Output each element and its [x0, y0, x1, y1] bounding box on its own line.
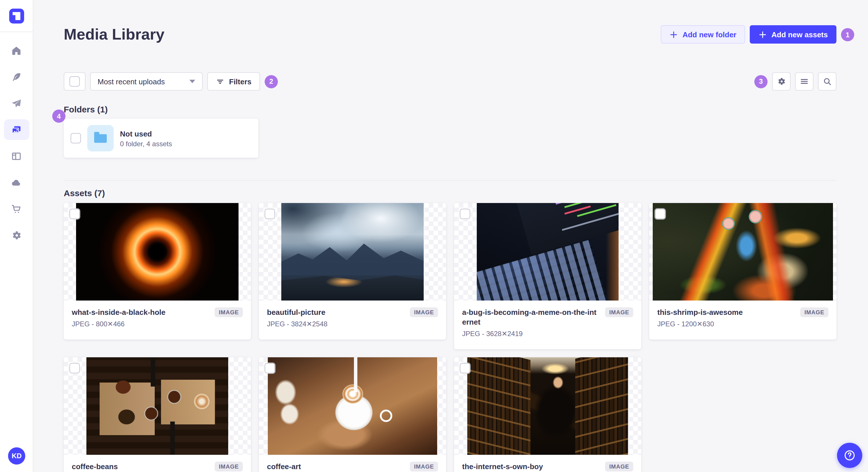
- asset-card-body: this-shrimp-is-awesome JPEG - 1200✕630 I…: [649, 301, 836, 339]
- layout-icon: [11, 150, 22, 162]
- asset-meta: JPEG - 3628✕2419: [462, 330, 633, 338]
- add-new-assets-label: Add new assets: [771, 30, 828, 39]
- asset-checkbox[interactable]: [460, 209, 470, 219]
- cloud-icon: [11, 177, 22, 188]
- asset-checkbox[interactable]: [265, 209, 275, 219]
- asset-card[interactable]: coffee-art JPEG - 5824✕3259 IMAGE: [259, 357, 446, 472]
- gear-icon: [777, 77, 786, 86]
- asset-thumbnail: [64, 203, 251, 301]
- question-icon: [843, 449, 856, 462]
- asset-thumbnail: [454, 203, 641, 301]
- asset-type-badge: IMAGE: [800, 307, 828, 317]
- folders-heading: Folders (1): [64, 104, 836, 114]
- main-content: Media Library Add new folder Add new ass…: [33, 0, 868, 472]
- sidebar-item-home[interactable]: [4, 40, 29, 61]
- asset-card[interactable]: the-internet-s-own-boy JPEG - 1200✕707 I…: [454, 357, 641, 472]
- sidebar-item-content-type-builder[interactable]: [4, 146, 29, 166]
- list-icon: [800, 77, 809, 86]
- home-icon: [11, 45, 22, 56]
- assets-heading: Assets (7): [64, 188, 836, 198]
- asset-checkbox[interactable]: [265, 363, 275, 373]
- asset-card[interactable]: beautiful-picture JPEG - 3824✕2548 IMAGE: [259, 203, 446, 339]
- add-new-folder-button[interactable]: Add new folder: [661, 25, 745, 43]
- help-button[interactable]: [837, 443, 862, 468]
- folder-meta: 0 folder, 4 assets: [120, 140, 172, 148]
- sidebar-item-media-library[interactable]: [4, 119, 29, 140]
- list-view-button[interactable]: [795, 72, 813, 91]
- asset-thumbnail: [649, 203, 836, 301]
- coffee-art-image: [268, 357, 437, 455]
- plus-icon: [758, 30, 767, 39]
- asset-thumbnail: [259, 357, 446, 455]
- page-header: Media Library Add new folder Add new ass…: [64, 0, 836, 43]
- library-boy-image: [467, 357, 628, 455]
- coffee-beans-image: [86, 357, 228, 455]
- sidebar-nav: [4, 40, 29, 245]
- cart-icon: [11, 203, 22, 214]
- asset-card-body: what-s-inside-a-black-hole JPEG - 800✕46…: [64, 301, 251, 339]
- chevron-down-icon: [189, 80, 195, 83]
- asset-type-badge: IMAGE: [605, 462, 633, 471]
- asset-card[interactable]: this-shrimp-is-awesome JPEG - 1200✕630 I…: [649, 203, 836, 339]
- asset-card-body: a-bug-is-becoming-a-meme-on-the-internet…: [454, 301, 641, 349]
- select-all-checkbox-field: [64, 72, 86, 91]
- section-divider: [64, 180, 836, 181]
- black-hole-image: [76, 203, 239, 301]
- sidebar-item-settings[interactable]: [4, 225, 29, 245]
- add-new-assets-button[interactable]: Add new assets: [749, 25, 836, 43]
- paper-plane-icon: [11, 98, 22, 109]
- annotation-badge-3: 3: [754, 75, 768, 88]
- asset-checkbox[interactable]: [69, 363, 80, 373]
- folder-name: Not used: [120, 129, 172, 138]
- asset-thumbnail: [64, 357, 251, 455]
- feather-icon: [11, 71, 22, 82]
- asset-card-body: the-internet-s-own-boy JPEG - 1200✕707 I…: [454, 455, 641, 472]
- asset-card[interactable]: what-s-inside-a-black-hole JPEG - 800✕46…: [64, 203, 251, 339]
- asset-card-body: coffee-art JPEG - 5824✕3259 IMAGE: [259, 455, 446, 472]
- sidebar-divider: [0, 32, 33, 32]
- gear-icon: [11, 230, 22, 241]
- annotation-badge-2: 2: [265, 75, 278, 88]
- select-all-checkbox[interactable]: [69, 76, 80, 87]
- folder-checkbox[interactable]: [71, 133, 81, 143]
- filters-label: Filters: [229, 77, 251, 86]
- asset-checkbox[interactable]: [69, 209, 80, 219]
- search-button[interactable]: [818, 72, 836, 91]
- page-title: Media Library: [64, 25, 164, 43]
- folder-icon: [94, 134, 107, 142]
- sidebar: KD: [0, 0, 33, 472]
- sidebar-item-marketplace[interactable]: [4, 198, 29, 219]
- folder-info: Not used 0 folder, 4 assets: [120, 129, 172, 148]
- asset-type-badge: IMAGE: [410, 462, 438, 471]
- asset-type-badge: IMAGE: [605, 307, 633, 317]
- asset-card[interactable]: coffee-beans JPEG - 5021✕3347 IMAGE: [64, 357, 251, 472]
- asset-thumbnail: [259, 203, 446, 301]
- sidebar-item-deploy[interactable]: [4, 172, 29, 193]
- mountain-image: [281, 203, 424, 301]
- asset-type-badge: IMAGE: [215, 462, 243, 471]
- asset-thumbnail: [454, 357, 641, 455]
- shrimp-image: [653, 203, 833, 301]
- search-icon: [823, 77, 832, 86]
- sort-select-value: Most recent uploads: [98, 77, 165, 86]
- configure-view-button[interactable]: [772, 72, 790, 91]
- sidebar-item-releases[interactable]: [4, 93, 29, 113]
- filters-button[interactable]: Filters: [207, 72, 260, 91]
- asset-meta: JPEG - 800✕466: [72, 320, 243, 328]
- user-avatar[interactable]: KD: [8, 447, 25, 465]
- laptop-code-image: [477, 203, 619, 301]
- folder-tile: [87, 125, 114, 151]
- asset-meta: JPEG - 1200✕630: [657, 320, 828, 328]
- asset-checkbox[interactable]: [460, 363, 470, 373]
- toolbar-right: 3: [754, 72, 836, 91]
- asset-type-badge: IMAGE: [215, 307, 243, 317]
- asset-type-badge: IMAGE: [410, 307, 438, 317]
- sidebar-item-content-manager[interactable]: [4, 67, 29, 87]
- asset-checkbox[interactable]: [655, 209, 665, 219]
- asset-card[interactable]: a-bug-is-becoming-a-meme-on-the-internet…: [454, 203, 641, 349]
- strapi-logo[interactable]: [9, 9, 24, 24]
- folder-card[interactable]: Not used 0 folder, 4 assets: [64, 119, 258, 158]
- asset-grid: what-s-inside-a-black-hole JPEG - 800✕46…: [64, 203, 836, 472]
- sort-select[interactable]: Most recent uploads: [90, 72, 203, 91]
- header-actions: Add new folder Add new assets: [661, 25, 836, 43]
